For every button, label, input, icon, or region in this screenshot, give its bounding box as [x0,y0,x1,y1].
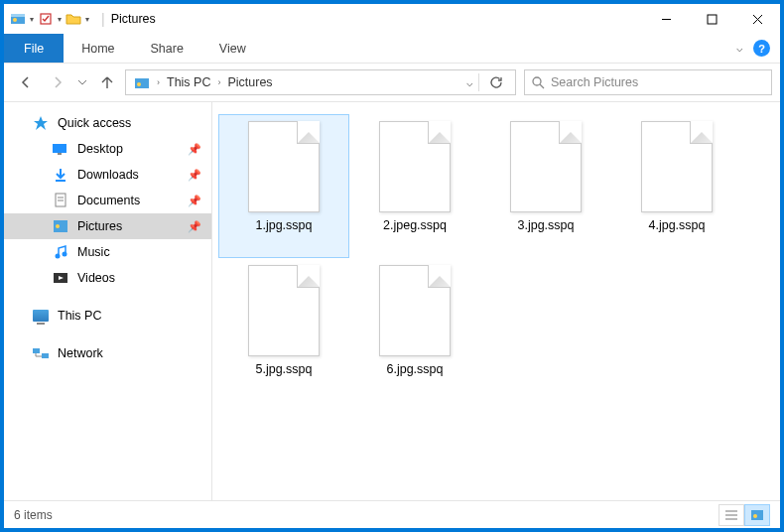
search-placeholder: Search Pictures [551,75,638,89]
breadcrumb-item-pictures[interactable]: Pictures [223,75,276,89]
file-name: 5.jpg.sspq [256,362,313,378]
sidebar-item-downloads[interactable]: Downloads📌 [4,162,211,188]
pin-icon: 📌 [188,169,201,182]
file-tab[interactable]: File [4,34,64,63]
svg-point-2 [13,18,17,22]
sidebar-item-network[interactable]: Network [4,340,211,366]
properties-icon[interactable] [38,11,54,27]
sidebar-item-music[interactable]: Music [4,239,211,265]
files-pane[interactable]: 1.jpg.sspq2.jpeg.sspq3.jpg.sspq4.jpg.ssp… [212,102,780,500]
svg-marker-12 [34,116,48,130]
quickaccess-icon [32,114,50,132]
svg-point-31 [753,514,757,518]
file-name: 2.jpeg.sspq [383,218,447,234]
sidebar-item-label: Music [77,245,201,259]
addressbar: › This PC › Pictures ⌵ Search Pictures [4,64,780,101]
sidebar-item-documents[interactable]: Documents📌 [4,188,211,213]
folder-small-icon[interactable] [65,11,81,27]
qat-customize-icon[interactable]: ▾ [85,15,89,24]
sidebar-item-label: Network [58,346,201,360]
minimize-button[interactable] [643,4,689,34]
breadcrumb-item-thispc[interactable]: This PC [163,75,214,89]
pictures-icon [52,217,69,235]
svg-rect-8 [135,78,149,88]
chevron-right-icon[interactable]: › [214,77,223,87]
breadcrumb-root[interactable] [130,75,154,89]
svg-point-20 [56,224,60,228]
view-large-icons-button[interactable] [744,504,770,526]
svg-rect-1 [11,14,25,17]
sidebar-item-videos[interactable]: Videos [4,265,211,291]
file-name: 4.jpg.sspq [649,218,706,234]
back-button[interactable] [12,68,40,96]
titlebar: ▾ ▾ ▾ | Pictures [4,4,780,34]
help-icon[interactable]: ? [753,40,770,57]
view-toggle [719,504,770,526]
file-thumb-icon [379,121,451,212]
sidebar-item-label: Pictures [77,219,184,233]
breadcrumb[interactable]: › This PC › Pictures ⌵ [125,69,516,95]
file-thumb-icon [510,121,582,212]
pin-icon: 📌 [188,220,201,233]
file-name: 3.jpg.sspq [518,218,575,234]
view-details-button[interactable] [719,504,744,526]
svg-rect-13 [53,144,66,153]
search-icon [531,75,545,89]
sidebar-item-label: Quick access [58,116,201,130]
content-area: Quick accessDesktop📌Downloads📌Documents📌… [4,101,780,500]
file-item[interactable]: 6.jpg.sspq [349,258,480,402]
tab-home[interactable]: Home [64,34,132,63]
statusbar: 6 items [4,500,780,528]
tab-share[interactable]: Share [133,34,201,63]
pin-icon: 📌 [188,143,201,156]
sidebar-item-thispc[interactable]: This PC [4,303,211,329]
breadcrumb-dropdown-icon[interactable]: ⌵ [463,76,476,89]
refresh-button[interactable] [481,69,511,95]
sidebar-item-label: This PC [58,309,201,323]
svg-rect-26 [42,353,49,358]
sidebar-item-label: Documents [77,194,184,207]
svg-point-9 [137,82,141,86]
chevron-right-icon[interactable]: › [154,77,163,87]
file-item[interactable]: 4.jpg.sspq [611,114,742,258]
sidebar-item-pictures[interactable]: Pictures📌 [4,213,211,239]
qat-dropdown-icon[interactable]: ▾ [30,15,34,24]
forward-button[interactable] [44,68,71,96]
ribbon-expand-icon[interactable]: ⌵ [736,42,743,55]
pin-icon: 📌 [188,195,201,207]
file-name: 6.jpg.sspq [387,362,444,378]
titlebar-sep: | [101,11,105,27]
maximize-button[interactable] [689,4,734,34]
up-button[interactable] [93,68,121,96]
search-input[interactable]: Search Pictures [524,69,772,95]
explorer-window: ▾ ▾ ▾ | Pictures File Home Share View ⌵ … [4,4,780,528]
file-item[interactable]: 3.jpg.sspq [480,114,611,258]
svg-rect-30 [751,510,763,520]
svg-rect-5 [708,15,717,24]
sidebar-item-label: Videos [77,271,201,285]
qat: ▾ ▾ ▾ [4,11,95,27]
documents-icon [52,192,69,209]
sidebar-item-desktop[interactable]: Desktop📌 [4,136,211,162]
tab-view[interactable]: View [201,34,264,63]
qat-dropdown2-icon[interactable]: ▾ [58,15,62,24]
file-thumb-icon [379,265,451,356]
svg-point-22 [63,252,67,257]
thispc-icon [32,307,50,325]
svg-rect-14 [58,153,62,155]
ribbon: File Home Share View ⌵ ? [4,34,780,64]
svg-rect-25 [33,348,40,353]
svg-point-10 [533,77,541,85]
close-button[interactable] [734,4,780,34]
sidebar-item-quickaccess[interactable]: Quick access [4,110,211,136]
downloads-icon [52,166,69,184]
svg-line-11 [540,84,544,88]
file-item[interactable]: 1.jpg.sspq [218,114,349,258]
recent-dropdown[interactable] [75,68,89,96]
window-title: Pictures [111,12,156,26]
file-name: 1.jpg.sspq [256,218,313,234]
file-item[interactable]: 2.jpeg.sspq [349,114,480,258]
file-item[interactable]: 5.jpg.sspq [218,258,349,402]
sidebar-item-label: Downloads [77,168,184,182]
videos-icon [52,269,69,287]
